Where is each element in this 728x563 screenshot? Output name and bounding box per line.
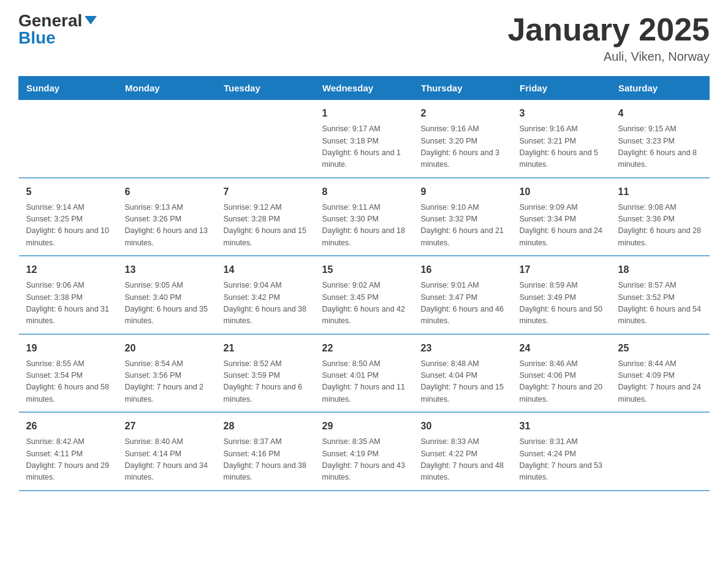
day-info: Sunrise: 9:09 AM Sunset: 3:34 PM Dayligh…	[520, 202, 604, 250]
day-number: 23	[421, 341, 505, 356]
day-number: 17	[520, 262, 604, 277]
calendar-cell: 21Sunrise: 8:52 AM Sunset: 3:59 PM Dayli…	[216, 334, 315, 413]
calendar-table: SundayMondayTuesdayWednesdayThursdayFrid…	[18, 76, 710, 491]
day-number: 18	[618, 262, 702, 277]
day-info: Sunrise: 9:04 AM Sunset: 3:42 PM Dayligh…	[224, 280, 308, 327]
calendar-cell: 20Sunrise: 8:54 AM Sunset: 3:56 PM Dayli…	[118, 334, 216, 413]
calendar-cell	[216, 100, 315, 178]
day-number: 1	[322, 106, 406, 121]
day-number: 9	[421, 185, 505, 199]
day-info: Sunrise: 9:01 AM Sunset: 3:47 PM Dayligh…	[421, 280, 505, 327]
calendar-cell: 11Sunrise: 9:08 AM Sunset: 3:36 PM Dayli…	[611, 178, 710, 256]
day-number: 13	[125, 262, 209, 277]
calendar-cell	[611, 412, 710, 491]
weekday-header-wednesday: Wednesday	[315, 77, 414, 100]
calendar-cell: 13Sunrise: 9:05 AM Sunset: 3:40 PM Dayli…	[118, 256, 216, 334]
logo-general-text: General	[18, 12, 82, 29]
calendar-cell: 10Sunrise: 9:09 AM Sunset: 3:34 PM Dayli…	[512, 178, 611, 256]
location-text: Auli, Viken, Norway	[507, 50, 710, 64]
day-number: 26	[26, 419, 110, 434]
day-info: Sunrise: 8:59 AM Sunset: 3:49 PM Dayligh…	[520, 280, 604, 327]
calendar-cell: 3Sunrise: 9:16 AM Sunset: 3:21 PM Daylig…	[512, 100, 611, 178]
day-number: 28	[224, 419, 308, 434]
day-number: 8	[322, 185, 406, 199]
calendar-week-row: 5Sunrise: 9:14 AM Sunset: 3:25 PM Daylig…	[19, 178, 710, 256]
page-header: General Blue January 2025 Auli, Viken, N…	[18, 12, 710, 64]
day-info: Sunrise: 9:02 AM Sunset: 3:45 PM Dayligh…	[322, 280, 406, 327]
weekday-header-thursday: Thursday	[414, 77, 512, 100]
calendar-cell: 15Sunrise: 9:02 AM Sunset: 3:45 PM Dayli…	[315, 256, 414, 334]
day-info: Sunrise: 8:54 AM Sunset: 3:56 PM Dayligh…	[125, 358, 209, 406]
calendar-cell: 30Sunrise: 8:33 AM Sunset: 4:22 PM Dayli…	[414, 412, 512, 491]
day-number: 6	[125, 185, 209, 199]
calendar-header: SundayMondayTuesdayWednesdayThursdayFrid…	[19, 77, 710, 100]
day-number: 11	[618, 185, 702, 199]
calendar-week-row: 26Sunrise: 8:42 AM Sunset: 4:11 PM Dayli…	[19, 412, 710, 491]
weekday-header-row: SundayMondayTuesdayWednesdayThursdayFrid…	[19, 77, 710, 100]
day-info: Sunrise: 9:08 AM Sunset: 3:36 PM Dayligh…	[618, 202, 702, 250]
day-info: Sunrise: 8:35 AM Sunset: 4:19 PM Dayligh…	[322, 436, 406, 484]
day-number: 15	[322, 262, 406, 277]
day-number: 29	[322, 419, 406, 434]
day-info: Sunrise: 9:06 AM Sunset: 3:38 PM Dayligh…	[26, 280, 110, 327]
calendar-cell: 4Sunrise: 9:15 AM Sunset: 3:23 PM Daylig…	[611, 100, 710, 178]
day-info: Sunrise: 9:10 AM Sunset: 3:32 PM Dayligh…	[421, 202, 505, 250]
day-number: 4	[618, 106, 702, 121]
day-info: Sunrise: 9:16 AM Sunset: 3:20 PM Dayligh…	[421, 123, 505, 171]
calendar-cell: 17Sunrise: 8:59 AM Sunset: 3:49 PM Dayli…	[512, 256, 611, 334]
calendar-body: 1Sunrise: 9:17 AM Sunset: 3:18 PM Daylig…	[19, 100, 710, 491]
calendar-cell: 18Sunrise: 8:57 AM Sunset: 3:52 PM Dayli…	[611, 256, 710, 334]
calendar-cell: 27Sunrise: 8:40 AM Sunset: 4:14 PM Dayli…	[118, 412, 216, 491]
calendar-cell: 31Sunrise: 8:31 AM Sunset: 4:24 PM Dayli…	[512, 412, 611, 491]
day-info: Sunrise: 8:44 AM Sunset: 4:09 PM Dayligh…	[618, 358, 702, 406]
calendar-week-row: 19Sunrise: 8:55 AM Sunset: 3:54 PM Dayli…	[19, 334, 710, 413]
calendar-week-row: 12Sunrise: 9:06 AM Sunset: 3:38 PM Dayli…	[19, 256, 710, 334]
day-info: Sunrise: 8:50 AM Sunset: 4:01 PM Dayligh…	[322, 358, 406, 406]
day-info: Sunrise: 8:40 AM Sunset: 4:14 PM Dayligh…	[125, 436, 209, 484]
weekday-header-tuesday: Tuesday	[216, 77, 315, 100]
calendar-cell: 23Sunrise: 8:48 AM Sunset: 4:04 PM Dayli…	[414, 334, 512, 413]
day-number: 24	[520, 341, 604, 356]
calendar-cell: 9Sunrise: 9:10 AM Sunset: 3:32 PM Daylig…	[414, 178, 512, 256]
logo: General Blue	[18, 12, 97, 47]
calendar-cell: 19Sunrise: 8:55 AM Sunset: 3:54 PM Dayli…	[19, 334, 118, 413]
calendar-cell: 26Sunrise: 8:42 AM Sunset: 4:11 PM Dayli…	[19, 412, 118, 491]
calendar-cell: 6Sunrise: 9:13 AM Sunset: 3:26 PM Daylig…	[118, 178, 216, 256]
day-info: Sunrise: 9:05 AM Sunset: 3:40 PM Dayligh…	[125, 280, 209, 327]
day-number: 21	[224, 341, 308, 356]
calendar-cell: 12Sunrise: 9:06 AM Sunset: 3:38 PM Dayli…	[19, 256, 118, 334]
day-number: 5	[26, 185, 110, 199]
weekday-header-sunday: Sunday	[19, 77, 118, 100]
day-info: Sunrise: 9:17 AM Sunset: 3:18 PM Dayligh…	[322, 123, 406, 171]
weekday-header-monday: Monday	[118, 77, 216, 100]
day-number: 19	[26, 341, 110, 356]
calendar-cell: 28Sunrise: 8:37 AM Sunset: 4:16 PM Dayli…	[216, 412, 315, 491]
day-number: 25	[618, 341, 702, 356]
day-info: Sunrise: 9:12 AM Sunset: 3:28 PM Dayligh…	[224, 202, 308, 250]
day-info: Sunrise: 8:33 AM Sunset: 4:22 PM Dayligh…	[421, 436, 505, 484]
weekday-header-saturday: Saturday	[611, 77, 710, 100]
day-number: 20	[125, 341, 209, 356]
day-number: 2	[421, 106, 505, 121]
day-info: Sunrise: 8:48 AM Sunset: 4:04 PM Dayligh…	[421, 358, 505, 406]
calendar-cell	[19, 100, 118, 178]
day-number: 31	[520, 419, 604, 434]
day-number: 3	[520, 106, 604, 121]
calendar-cell: 7Sunrise: 9:12 AM Sunset: 3:28 PM Daylig…	[216, 178, 315, 256]
day-info: Sunrise: 8:55 AM Sunset: 3:54 PM Dayligh…	[26, 358, 110, 406]
day-number: 10	[520, 185, 604, 199]
day-info: Sunrise: 8:52 AM Sunset: 3:59 PM Dayligh…	[224, 358, 308, 406]
month-year-title: January 2025	[507, 12, 710, 47]
day-info: Sunrise: 8:31 AM Sunset: 4:24 PM Dayligh…	[520, 436, 604, 484]
weekday-header-friday: Friday	[512, 77, 611, 100]
day-info: Sunrise: 8:46 AM Sunset: 4:06 PM Dayligh…	[520, 358, 604, 406]
day-number: 7	[224, 185, 308, 199]
day-info: Sunrise: 8:57 AM Sunset: 3:52 PM Dayligh…	[618, 280, 702, 327]
calendar-cell: 16Sunrise: 9:01 AM Sunset: 3:47 PM Dayli…	[414, 256, 512, 334]
calendar-cell: 25Sunrise: 8:44 AM Sunset: 4:09 PM Dayli…	[611, 334, 710, 413]
logo-blue-text: Blue	[18, 29, 56, 47]
day-number: 12	[26, 262, 110, 277]
calendar-cell: 1Sunrise: 9:17 AM Sunset: 3:18 PM Daylig…	[315, 100, 414, 178]
day-number: 16	[421, 262, 505, 277]
day-number: 22	[322, 341, 406, 356]
